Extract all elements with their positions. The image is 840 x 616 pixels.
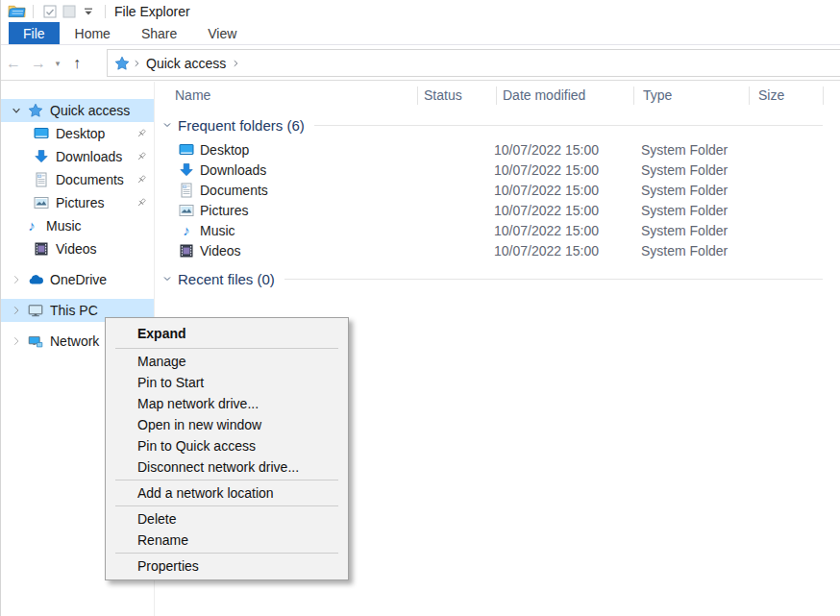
- documents-icon: [179, 183, 194, 198]
- recent-locations-chevron-icon[interactable]: ▾: [51, 59, 64, 68]
- menu-separator: [115, 480, 338, 480]
- group-title[interactable]: Frequent folders (6): [178, 117, 305, 134]
- chevron-collapsed-icon[interactable]: [9, 335, 24, 347]
- column-header-size[interactable]: Size: [758, 82, 784, 109]
- sidebar-item-documents[interactable]: Documents: [1, 168, 154, 191]
- sidebar-item-label: Music: [46, 218, 82, 234]
- file-date-modified: 10/07/2022 15:00: [494, 142, 599, 158]
- column-header-status[interactable]: Status: [424, 82, 462, 109]
- file-row-videos[interactable]: Videos 10/07/2022 15:00 System Folder: [156, 240, 840, 260]
- sidebar-item-label: Quick access: [50, 103, 130, 118]
- column-divider[interactable]: [633, 86, 634, 105]
- qat-customize-button[interactable]: [79, 2, 98, 21]
- sidebar-item-desktop[interactable]: Desktop: [1, 122, 154, 145]
- menu-item-rename[interactable]: Rename: [106, 530, 348, 551]
- menu-item-delete[interactable]: Delete: [106, 508, 348, 530]
- menu-item-pin-to-quick-access[interactable]: Pin to Quick access: [106, 435, 348, 456]
- file-row-desktop[interactable]: Desktop 10/07/2022 15:00 System Folder: [156, 139, 840, 160]
- properties-check-icon: [43, 5, 57, 18]
- file-name: Pictures: [200, 203, 249, 218]
- menu-item-open-in-new-window[interactable]: Open in new window: [106, 414, 348, 435]
- file-row-music[interactable]: ♪ Music 10/07/2022 15:00 System Folder: [156, 220, 840, 240]
- qat-properties-button[interactable]: [40, 2, 60, 21]
- column-headers: Name Status Date modified Type Size: [156, 82, 840, 109]
- file-date-modified: 10/07/2022 15:00: [494, 183, 599, 198]
- breadcrumb-segment[interactable]: Quick access: [143, 56, 229, 71]
- menu-item-disconnect-network-drive[interactable]: Disconnect network drive...: [106, 456, 348, 478]
- navigation-toolbar: ← → ▾ ↑ Quick access: [1, 45, 840, 81]
- column-header-name[interactable]: Name: [175, 82, 210, 109]
- back-icon[interactable]: ←: [1, 55, 26, 72]
- sidebar-item-downloads[interactable]: Downloads: [1, 145, 154, 168]
- music-note-icon: ♪: [179, 223, 194, 238]
- pictures-icon: [179, 203, 194, 218]
- downloads-icon: [34, 149, 49, 164]
- new-folder-icon: [62, 5, 76, 18]
- file-row-downloads[interactable]: Downloads 10/07/2022 15:00 System Folder: [156, 160, 840, 180]
- file-row-documents[interactable]: Documents 10/07/2022 15:00 System Folder: [156, 180, 840, 200]
- address-bar[interactable]: Quick access: [107, 49, 840, 77]
- file-date-modified: 10/07/2022 15:00: [494, 162, 599, 178]
- menu-separator: [115, 348, 338, 349]
- file-date-modified: 10/07/2022 15:00: [494, 223, 599, 238]
- menu-item-expand[interactable]: Expand: [106, 321, 348, 346]
- this-pc-monitor-icon: [28, 303, 43, 318]
- tab-file[interactable]: File: [9, 22, 60, 44]
- tab-view[interactable]: View: [192, 22, 252, 44]
- quick-access-star-icon: [28, 103, 43, 118]
- tab-home[interactable]: Home: [60, 22, 126, 44]
- videos-icon: [34, 241, 49, 257]
- sidebar-item-videos[interactable]: Videos: [1, 237, 154, 260]
- column-divider[interactable]: [496, 86, 497, 105]
- group-title[interactable]: Recent files (0): [178, 271, 275, 287]
- chevron-collapsed-icon[interactable]: [9, 305, 24, 316]
- group-rule: [314, 125, 823, 126]
- sidebar-item-quick-access[interactable]: Quick access: [1, 99, 154, 122]
- chevron-expanded-icon[interactable]: [9, 105, 24, 116]
- column-divider[interactable]: [823, 86, 824, 105]
- pin-icon: [136, 174, 147, 185]
- desktop-icon: [34, 126, 49, 141]
- onedrive-cloud-icon: [28, 272, 43, 287]
- nav-buttons: ← → ▾ ↑: [1, 45, 89, 81]
- sidebar-item-music[interactable]: ♪ Music: [1, 214, 154, 237]
- group-header-recent-files[interactable]: Recent files (0): [156, 268, 840, 289]
- pin-icon: [136, 197, 147, 209]
- menu-item-manage[interactable]: Manage: [106, 351, 348, 372]
- quick-access-star-icon: [114, 56, 130, 71]
- downloads-icon: [179, 162, 194, 178]
- column-header-type[interactable]: Type: [643, 82, 672, 109]
- menu-separator: [115, 505, 338, 506]
- tab-share[interactable]: Share: [126, 22, 192, 44]
- file-date-modified: 10/07/2022 15:00: [494, 203, 599, 218]
- column-divider[interactable]: [749, 86, 750, 105]
- column-divider[interactable]: [417, 86, 418, 105]
- group-collapse-chevron-icon: [161, 273, 173, 284]
- chevron-collapsed-icon[interactable]: [9, 274, 24, 285]
- sidebar-item-pictures[interactable]: Pictures: [1, 191, 154, 214]
- context-menu-this-pc: Expand Manage Pin to Start Map network d…: [105, 317, 349, 580]
- documents-icon: [34, 172, 49, 187]
- pin-icon: [136, 151, 147, 162]
- menu-item-pin-to-start[interactable]: Pin to Start: [106, 372, 348, 393]
- forward-icon[interactable]: →: [26, 55, 51, 72]
- menu-item-add-network-location[interactable]: Add a network location: [106, 482, 348, 504]
- window-title: File Explorer: [114, 4, 190, 19]
- group-header-frequent-folders[interactable]: Frequent folders (6): [156, 114, 840, 136]
- divider: [105, 5, 106, 18]
- file-name: Downloads: [200, 162, 266, 178]
- file-explorer-logo-icon: [8, 4, 26, 18]
- sidebar-item-label: Network: [50, 333, 99, 349]
- qat-new-folder-button[interactable]: [60, 2, 79, 21]
- breadcrumb-chevron-icon[interactable]: [231, 58, 240, 69]
- ribbon-tab-bar: File Home Share View: [1, 22, 840, 45]
- menu-item-properties[interactable]: Properties: [106, 555, 348, 577]
- sidebar-item-onedrive[interactable]: OneDrive: [1, 268, 154, 291]
- file-name: Music: [200, 223, 235, 238]
- menu-item-map-network-drive[interactable]: Map network drive...: [106, 393, 348, 414]
- up-icon[interactable]: ↑: [64, 55, 89, 72]
- column-header-date-modified[interactable]: Date modified: [503, 82, 585, 109]
- breadcrumb-chevron-icon[interactable]: [132, 58, 141, 69]
- videos-icon: [179, 243, 194, 259]
- file-row-pictures[interactable]: Pictures 10/07/2022 15:00 System Folder: [156, 200, 840, 220]
